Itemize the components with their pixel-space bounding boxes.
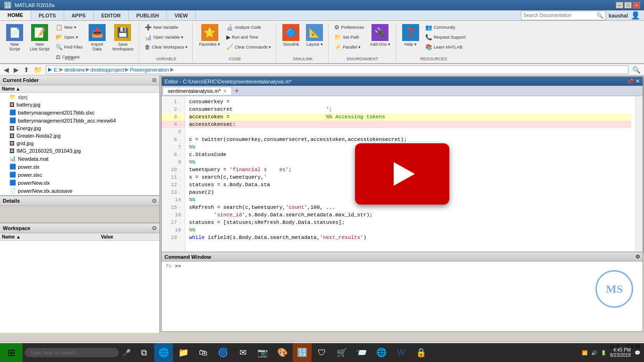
taskbar-volume-icon[interactable]: 🔊 bbox=[591, 350, 597, 355]
current-folder-header: Current Folder ⊙ bbox=[0, 75, 159, 85]
taskbar-network-icon[interactable]: 📶 bbox=[582, 350, 587, 355]
taskbar-task-view-icon[interactable]: ⧉ bbox=[134, 343, 153, 362]
find-files-button[interactable]: 🔍 Find Files bbox=[54, 42, 84, 52]
tab-view[interactable]: VIEW bbox=[167, 10, 196, 20]
simulink-button[interactable]: 🔷 Simulink bbox=[280, 23, 302, 48]
minimize-button[interactable]: ─ bbox=[616, 2, 623, 8]
list-item[interactable]: 🖼 battery.jpg bbox=[0, 101, 159, 108]
editor-tab-sentimental[interactable]: sentimentalanalysis.m* ✕ bbox=[163, 87, 232, 95]
run-and-time-button[interactable]: ▶ Run and Time bbox=[224, 33, 273, 42]
command-window-collapse-icon[interactable]: ⊙ bbox=[636, 254, 640, 260]
matlab-logo: 🔢 bbox=[4, 1, 12, 9]
taskbar-mail-icon[interactable]: ✉ bbox=[233, 343, 252, 362]
editor-tab-close-icon[interactable]: ✕ bbox=[223, 89, 227, 94]
youtube-play-overlay[interactable] bbox=[355, 143, 449, 205]
list-item[interactable]: 🖼 Energy.jpg bbox=[0, 124, 159, 132]
taskbar-shield-icon[interactable]: 🛡 bbox=[313, 343, 331, 362]
set-path-button[interactable]: 📁 Set Path bbox=[332, 33, 366, 42]
list-item[interactable]: 🟦 batterymanagement2017bbb_acc.mexw64 bbox=[0, 116, 159, 124]
preferences-button[interactable]: ⚙ Preferences bbox=[332, 23, 366, 32]
taskbar-search-icon[interactable] bbox=[23, 343, 121, 362]
parallel-button[interactable]: ⚡ Parallel ▾ bbox=[332, 42, 366, 52]
list-item[interactable]: 📊 Newdata.mat bbox=[0, 155, 159, 163]
list-item[interactable]: 📄 powerNew.slx.autosave bbox=[0, 187, 159, 195]
list-item[interactable]: 🖼 IMG_20160325_091043.jpg bbox=[0, 147, 159, 155]
vertical-scrollbar[interactable] bbox=[635, 96, 643, 252]
open-variable-button[interactable]: 📊 Open Variable ▾ bbox=[143, 33, 190, 42]
new-live-script-button[interactable]: 📝 NewLive Script bbox=[27, 23, 52, 53]
details-label: Details bbox=[3, 198, 20, 204]
taskbar-camera-icon[interactable]: 📷 bbox=[253, 343, 272, 362]
editor-tab-add-button[interactable]: + bbox=[232, 87, 242, 95]
taskbar-word-icon[interactable]: W bbox=[392, 343, 411, 362]
taskbar-search-input[interactable] bbox=[25, 348, 119, 357]
layout-icon: 📐 bbox=[306, 24, 323, 41]
close-button[interactable]: × bbox=[633, 2, 640, 8]
maximize-button[interactable]: □ bbox=[624, 2, 632, 8]
command-window-content[interactable]: fx >> MS bbox=[162, 262, 643, 331]
taskbar-vpn-icon[interactable]: 🔒 bbox=[412, 343, 430, 362]
list-item[interactable]: 📁 slprj bbox=[0, 93, 159, 101]
youtube-play-icon bbox=[394, 162, 415, 186]
taskbar-explorer-icon[interactable]: 📁 bbox=[174, 343, 193, 362]
ln16: 16 bbox=[175, 211, 181, 219]
learn-matlab-button[interactable]: 📚 Learn MATLAB bbox=[423, 42, 468, 52]
left-panel: Current Folder ⊙ Name ▲ 📁 slprj 🖼 batter… bbox=[0, 75, 160, 333]
ribbon-group-simulink: 🔷 Simulink 📐 Layout ▾ SIMULINK bbox=[277, 23, 329, 62]
clear-workspace-button[interactable]: 🗑 Clear Workspace ▾ bbox=[143, 42, 190, 52]
file-list[interactable]: Name ▲ 📁 slprj 🖼 battery.jpg 🟦 batteryma… bbox=[0, 85, 159, 195]
tab-home[interactable]: HOME bbox=[0, 10, 31, 20]
community-button[interactable]: 👥 Community bbox=[423, 23, 468, 32]
open-button[interactable]: 📂 Open ▾ bbox=[54, 33, 84, 42]
taskbar-envelope-icon[interactable]: 📨 bbox=[352, 343, 371, 362]
list-item[interactable]: 🖼 grid.jpg bbox=[0, 140, 159, 147]
search-documentation-input[interactable] bbox=[521, 13, 594, 18]
taskbar-edge-icon[interactable]: 🌐 bbox=[154, 343, 173, 362]
add-ons-button[interactable]: 🔌 Add-Ons ▾ bbox=[368, 23, 393, 48]
file-name: powerNew.slx.autosave bbox=[18, 188, 73, 194]
taskbar-shopping-icon[interactable]: 🛒 bbox=[332, 343, 351, 362]
details-collapse[interactable]: ⊙ bbox=[152, 197, 157, 204]
taskbar-matlab-icon[interactable]: 🔢 bbox=[293, 343, 312, 362]
taskbar-clock[interactable]: 4:45 PM 9/23/2018 bbox=[610, 347, 631, 358]
request-support-button[interactable]: 📞 Request Support bbox=[423, 33, 468, 42]
new-button[interactable]: 📋 New ▾ bbox=[54, 23, 84, 32]
editor-pin-icon[interactable]: 📌 bbox=[627, 78, 634, 84]
workspace-panel: Workspace ⊙ Name ▲ Value bbox=[0, 223, 159, 333]
line-num-14: 14 bbox=[162, 196, 185, 204]
import-data-button[interactable]: 📥 ImportData bbox=[86, 23, 108, 53]
line-num-10: 10– bbox=[162, 166, 185, 173]
save-workspace-button[interactable]: 💾 SaveWorkspace bbox=[110, 23, 136, 53]
ln17: 17 bbox=[171, 219, 177, 226]
list-item[interactable]: 🟦 powerNew.slx bbox=[0, 179, 159, 187]
current-folder-collapse[interactable]: ⊙ bbox=[152, 77, 157, 83]
list-item[interactable]: 🟦 power.slx bbox=[0, 163, 159, 171]
list-item[interactable]: 🟦 batterymanagement2017bbb.slxc bbox=[0, 108, 159, 116]
clear-commands-button[interactable]: 🧹 Clear Commands ▾ bbox=[224, 42, 273, 52]
run-and-time-label: Run and Time bbox=[232, 35, 258, 40]
taskbar-ie-icon[interactable]: 🌀 bbox=[214, 343, 232, 362]
tab-plots[interactable]: PLOTS bbox=[31, 10, 64, 20]
list-item[interactable]: 🖼 Greater-Noida2.jpg bbox=[0, 132, 159, 140]
new-variable-button[interactable]: ➕ New Variable bbox=[143, 23, 190, 32]
tab-editor[interactable]: EDITOR bbox=[94, 10, 129, 20]
start-button[interactable]: ⊞ bbox=[0, 343, 23, 362]
taskbar-chrome-icon[interactable]: 🌐 bbox=[372, 343, 391, 362]
analyze-code-button[interactable]: 🔬 Analyze Code bbox=[224, 23, 273, 32]
tab-publish[interactable]: PUBLISH bbox=[129, 10, 167, 20]
taskbar-store-icon[interactable]: 🛍 bbox=[194, 343, 213, 362]
search-documentation-box[interactable]: 🔍 bbox=[521, 11, 606, 20]
favorites-button[interactable]: ⭐ Favorites ▾ bbox=[197, 23, 223, 48]
editor-close-icon[interactable]: ✕ bbox=[636, 78, 640, 84]
workspace-collapse[interactable]: ⊙ bbox=[152, 225, 157, 231]
layout-button[interactable]: 📐 Layout ▾ bbox=[304, 23, 325, 48]
file-name: power.slxc bbox=[18, 172, 42, 178]
new-script-button[interactable]: 📄 NewScript bbox=[4, 23, 25, 53]
taskbar-notification-icon[interactable]: 💬 bbox=[635, 350, 640, 355]
search-path-button[interactable]: 🔍 bbox=[630, 65, 642, 74]
taskbar-photoshop-icon[interactable]: 🎨 bbox=[273, 343, 292, 362]
tab-apps[interactable]: APPS bbox=[64, 10, 94, 20]
taskbar-microphone-icon[interactable]: 🎤 bbox=[121, 349, 132, 356]
list-item[interactable]: 🟦 power.slxc bbox=[0, 171, 159, 179]
help-button[interactable]: ❓ Help ▾ bbox=[400, 23, 421, 48]
